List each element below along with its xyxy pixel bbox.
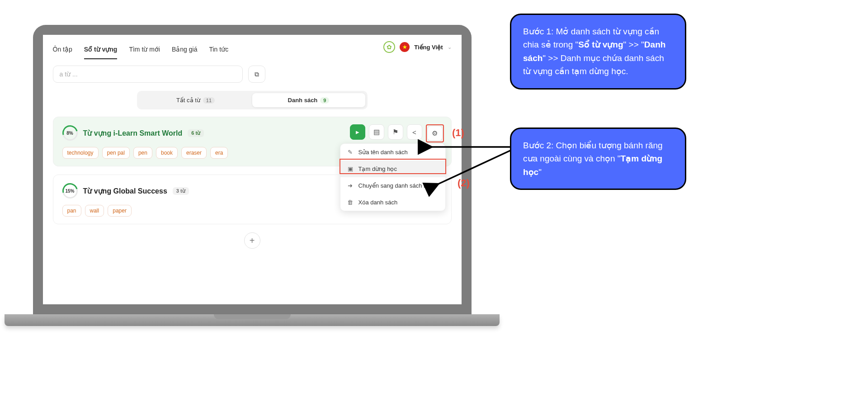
word-tag[interactable]: era	[210, 147, 228, 159]
add-list-button[interactable]: +	[244, 232, 260, 249]
app-screen: Ôn tập Sổ từ vựng Tìm từ mới Bảng giá Ti…	[43, 35, 462, 304]
play-icon: ▸	[356, 128, 359, 136]
pencil-icon: ✎	[347, 149, 354, 156]
nav-search-word[interactable]: Tìm từ mới	[129, 43, 160, 59]
laptop-base	[5, 314, 500, 326]
tab-list-count: 9	[320, 97, 329, 104]
word-tag[interactable]: paper	[108, 205, 132, 217]
tab-all-label: Tất cả từ	[176, 97, 200, 104]
word-tag[interactable]: pan	[62, 205, 81, 217]
vocab-list-card: 15% Từ vựng Global Success 3 từ pan wall…	[53, 175, 452, 224]
archive-icon: ▤	[373, 128, 380, 136]
pause-box-icon: ▣	[347, 165, 354, 172]
nav-vocab-book[interactable]: Sổ từ vựng	[84, 43, 118, 59]
step-1-marker: (1)	[452, 127, 464, 139]
language-selector[interactable]: Tiếng Việt	[414, 44, 443, 51]
fire-icon: ⚑	[392, 128, 398, 136]
gear-icon: ⚙	[432, 129, 438, 137]
word-tag[interactable]: technology	[62, 147, 99, 159]
chevron-down-icon: ⌄	[448, 44, 452, 50]
nav-pricing[interactable]: Bảng giá	[172, 43, 197, 59]
list-title[interactable]: Từ vựng Global Success	[83, 187, 167, 195]
word-tag[interactable]: wall	[85, 205, 104, 217]
screen-bezel: Ôn tập Sổ từ vựng Tìm từ mới Bảng giá Ti…	[33, 25, 472, 314]
vocab-list-card: 8% Từ vựng i-Learn Smart World 6 từ ▸ ▤ …	[53, 117, 452, 166]
play-button[interactable]: ▸	[350, 124, 365, 140]
progress-ring: 15%	[62, 183, 78, 199]
step-2-marker: (2)	[458, 177, 470, 189]
top-nav: Ôn tập Sổ từ vựng Tìm từ mới Bảng giá Ti…	[53, 35, 452, 59]
tab-all-words[interactable]: Tất cả từ 11	[139, 93, 252, 107]
search-input[interactable]: a từ ...	[53, 66, 243, 83]
word-tag[interactable]: pen pal	[102, 147, 130, 159]
settings-button[interactable]: ⚙	[427, 126, 443, 141]
popup-icon-button[interactable]: ⧉	[248, 66, 265, 83]
gear-highlight: ⚙	[426, 124, 444, 142]
word-tag[interactable]: book	[156, 147, 178, 159]
nav-news[interactable]: Tin tức	[209, 43, 228, 59]
external-icon: ⧉	[255, 71, 259, 78]
menu-rename[interactable]: ✎Sửa tên danh sách	[340, 144, 445, 161]
share-icon: <	[412, 128, 416, 136]
nav-review[interactable]: Ôn tập	[53, 43, 72, 59]
tab-lists[interactable]: Danh sách 9	[252, 93, 365, 107]
share-button[interactable]: <	[407, 124, 422, 140]
laptop-frame: Ôn tập Sổ từ vựng Tìm từ mới Bảng giá Ti…	[5, 25, 500, 332]
brand-logo-icon: ✿	[383, 41, 395, 53]
view-tabs: Tất cả từ 11 Danh sách 9	[137, 91, 368, 109]
list-title[interactable]: Từ vựng i-Learn Smart World	[83, 129, 183, 137]
word-tag[interactable]: pen	[133, 147, 152, 159]
tab-list-label: Danh sách	[288, 97, 318, 104]
tab-all-count: 11	[203, 97, 215, 104]
plus-icon: +	[250, 236, 255, 246]
word-count-badge: 3 từ	[173, 187, 189, 195]
word-count-badge: 6 từ	[188, 129, 204, 137]
list-actions: ▸ ▤ ⚑ < ⚙	[350, 124, 444, 142]
progress-ring: 8%	[62, 125, 78, 141]
instruction-bubble-1: Bước 1: Mở danh sách từ vựng cần chia sẻ…	[510, 14, 686, 90]
flag-icon: ★	[400, 42, 410, 52]
streak-button[interactable]: ⚑	[388, 124, 403, 140]
word-tag[interactable]: eraser	[181, 147, 207, 159]
instruction-bubble-2: Bước 2: Chọn biểu tượng bánh răng cưa ng…	[510, 128, 686, 190]
archive-button[interactable]: ▤	[369, 124, 384, 140]
